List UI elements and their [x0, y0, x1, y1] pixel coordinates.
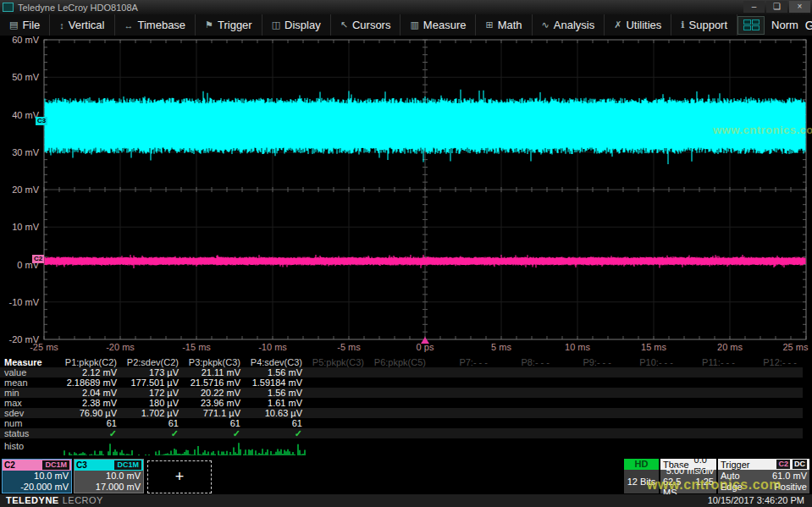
measure-cell — [611, 428, 673, 438]
table-row: status✓✓✓✓ — [0, 428, 803, 438]
table-row: num61616161 — [0, 418, 803, 428]
measure-cell — [364, 377, 426, 388]
measure-column-header[interactable]: P9:- - - — [550, 357, 611, 367]
x-axis-label: -15 ms — [182, 342, 211, 352]
add-channel-button[interactable]: + — [147, 460, 212, 493]
measure-cell: ✓ — [179, 428, 240, 438]
menu-item-display[interactable]: ◫Display — [262, 14, 331, 36]
table-row: value2.12 mV173 µV21.11 mV1.56 mV — [0, 367, 803, 377]
menu-item-file[interactable]: ▤File — [0, 14, 50, 36]
menu-item-label: Math — [498, 19, 522, 31]
c3-scale: 10.0 mV — [75, 471, 141, 482]
menu-item-support[interactable]: ℹSupport — [671, 14, 737, 36]
measure-column-header[interactable]: P8:- - - — [488, 357, 550, 367]
trigger-box[interactable]: Trigger C2 DC Auto 61.0 mV Edge Positive — [718, 459, 809, 493]
measure-cell — [488, 408, 550, 418]
measure-cell — [673, 408, 735, 418]
menu-item-vertical[interactable]: ↕Vertical — [50, 14, 114, 36]
measure-column-header[interactable]: P1:pkpk(C2) — [55, 357, 117, 367]
measure-cell: 177.501 µV — [117, 377, 179, 388]
y-axis-label: 40 mV — [0, 110, 39, 120]
menu-item-measure[interactable]: ▥Measure — [400, 14, 476, 36]
app-icon — [3, 3, 14, 12]
timebase-box[interactable]: Tbase 0.0 ms 5.00 ms/div 62.5 MS 1.25 — [660, 459, 716, 493]
c2-offset: -20.000 mV — [3, 482, 69, 493]
histo-bars — [64, 443, 305, 455]
measure-cell: 172 µV — [117, 388, 179, 398]
close-button[interactable]: × — [789, 1, 810, 13]
menu-item-math[interactable]: ⊞Math — [476, 14, 532, 36]
measure-cell — [426, 428, 488, 438]
c2-offset-marker[interactable]: C2 — [32, 255, 44, 263]
measure-cell — [673, 418, 735, 428]
waveform-canvas — [0, 36, 812, 357]
measure-cell: 61 — [179, 418, 240, 428]
measure-cell — [550, 388, 611, 398]
measure-cell: 61 — [55, 418, 117, 428]
measure-row-label: mean — [0, 377, 55, 388]
measure-cell — [426, 377, 488, 388]
measure-corner-label: Measure — [0, 357, 55, 367]
measure-column-header[interactable]: P5:pkpk(C3) — [302, 357, 364, 367]
menu-item-trigger[interactable]: ⚑Trigger — [196, 14, 262, 36]
measure-column-header[interactable]: P10:- - - — [611, 357, 673, 367]
minimize-button[interactable]: – — [743, 1, 765, 13]
descriptor-strip: C2 DC1M 10.0 mV -20.000 mV C3 DC1M 10.0 … — [0, 459, 812, 494]
grid-display-button[interactable] — [737, 16, 765, 35]
footer-bar: TELEDYNELECROY 10/15/2017 3:46:20 PM — [0, 494, 812, 507]
measure-column-header[interactable]: P11:- - - — [673, 357, 735, 367]
measure-cell: 2.12 mV — [55, 367, 117, 377]
measure-cell — [364, 367, 426, 377]
measure-cell: 61 — [240, 418, 302, 428]
c2-scale: 10.0 mV — [3, 471, 69, 482]
gesture-button[interactable]: Gesture — [805, 19, 812, 32]
menu-item-label: Trigger — [218, 19, 252, 31]
measure-cell: 2.38 mV — [55, 398, 117, 408]
trigger-slope: Positive — [774, 482, 807, 493]
measure-column-header[interactable]: P6:pkpk(C5) — [364, 357, 426, 367]
histogram-row: histo — [0, 438, 812, 458]
plus-icon: + — [175, 468, 185, 486]
channel-c2-descriptor[interactable]: C2 DC1M 10.0 mV -20.000 mV — [2, 459, 72, 493]
menu-item-label: Analysis — [554, 19, 594, 31]
menu-item-timebase[interactable]: ↔Timebase — [115, 14, 196, 36]
measure-cell — [611, 388, 673, 398]
measure-column-header[interactable]: P12:- - - — [735, 357, 797, 367]
measure-cell — [488, 418, 550, 428]
measure-cell — [550, 367, 611, 377]
measure-column-header[interactable]: P3:pkpk(C3) — [179, 357, 240, 367]
channel-c3-descriptor[interactable]: C3 DC1M 10.0 mV 17.000 mV — [74, 459, 144, 493]
measure-cell — [488, 377, 550, 388]
maximize-button[interactable]: ❏ — [766, 1, 787, 13]
trigger-mode: Auto — [721, 471, 740, 482]
measure-cell: 21.5716 mV — [179, 377, 240, 388]
window-title: Teledyne LeCroy HDO8108A — [18, 3, 138, 13]
trigger-time-marker[interactable] — [421, 337, 429, 344]
measure-row-label: status — [0, 428, 55, 438]
file-icon: ▤ — [9, 19, 18, 30]
window-controls: – ❏ × — [743, 1, 810, 13]
menu-item-analysis[interactable]: ∿Analysis — [533, 14, 605, 36]
measure-cell — [550, 428, 611, 438]
c3-offset-marker[interactable]: C3 — [36, 117, 47, 125]
measure-cell — [302, 367, 364, 377]
trigger-level: 61.0 mV — [772, 471, 807, 482]
menu-item-utilities[interactable]: ✗Utilities — [605, 14, 671, 36]
measure-cell — [550, 418, 611, 428]
measure-column-header[interactable]: P4:sdev(C3) — [240, 357, 302, 367]
table-row: max2.38 mV180 µV23.96 mV1.61 mV — [0, 398, 803, 408]
measure-cell — [735, 418, 797, 428]
trigger-source-badge: C2 — [776, 460, 790, 469]
menu-item-label: Measure — [423, 19, 467, 31]
hd-bits: 12 Bits — [624, 470, 659, 493]
measure-cell — [611, 377, 673, 388]
hd-mode-box[interactable]: HD 12 Bits — [624, 459, 659, 493]
y-axis-label: 30 mV — [0, 147, 39, 157]
measure-cell — [673, 388, 735, 398]
menu-right-cluster: Norm Gesture Undo ↶ — [737, 14, 812, 36]
menu-item-cursors[interactable]: ↖Cursors — [331, 14, 401, 36]
measure-column-header[interactable]: P2:sdev(C2) — [117, 357, 179, 367]
measure-column-header[interactable]: P7:- - - — [426, 357, 488, 367]
measure-cell: 1.56 mV — [240, 388, 302, 398]
measure-cell — [611, 418, 673, 428]
